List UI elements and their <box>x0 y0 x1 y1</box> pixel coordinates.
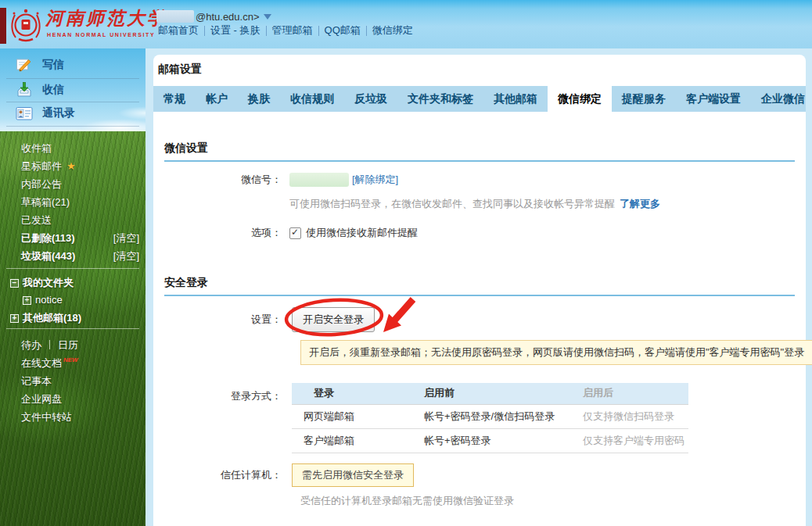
tab-folders-labels[interactable]: 文件夹和标签 <box>397 86 483 112</box>
login-methods-table: 登录 启用前 启用后 网页端邮箱 帐号+密码登录/微信扫码登录 仅支持微信扫码登… <box>292 383 688 453</box>
expand-icon[interactable] <box>23 296 31 305</box>
col-after-enable: 启用后 <box>582 383 688 404</box>
receive-mail-icon <box>16 81 33 98</box>
sidebar-item-online-docs[interactable]: 在线文档NEW <box>21 356 78 370</box>
nav-separator <box>204 26 205 36</box>
sidebar-separator <box>6 126 139 127</box>
settings-panel: 邮箱设置 常规 帐户 换肤 收信规则 反垃圾 文件夹和标签 其他邮箱 微信绑定 … <box>153 55 806 526</box>
folder-sent[interactable]: 已发送 <box>21 213 52 227</box>
nav-separator <box>318 26 319 36</box>
star-icon <box>66 160 76 172</box>
page-title: 邮箱设置 <box>158 63 202 77</box>
nav-mail-home[interactable]: 邮箱首页 <box>158 23 199 38</box>
expand-icon[interactable] <box>10 314 19 323</box>
nav-qq-mail[interactable]: QQ邮箱 <box>325 23 361 38</box>
learn-more-link[interactable]: 了解更多 <box>620 198 660 209</box>
col-before-enable: 启用前 <box>423 383 582 404</box>
receive-mail-label: 收信 <box>42 83 64 97</box>
top-header: 河南师范大学 HENAN NORMAL UNIVERSITY @htu.edu.… <box>0 0 812 48</box>
university-name-cn: 河南师范大学 <box>45 6 167 30</box>
table-row: 网页端邮箱 帐号+密码登录/微信扫码登录 仅支持微信扫码登录 <box>292 404 688 428</box>
nav-separator <box>366 26 367 36</box>
nav-separator <box>266 26 267 36</box>
compose-icon <box>16 56 33 73</box>
wechat-notify-checkbox[interactable] <box>289 227 301 239</box>
compose-button[interactable]: 写信 <box>16 56 64 73</box>
col-login: 登录 <box>292 383 423 404</box>
sidebar-separator <box>6 78 139 79</box>
sidebar-item-calendar[interactable]: 日历 <box>58 339 78 351</box>
redacted-wechat-id <box>289 173 349 187</box>
unbind-link[interactable]: [解除绑定] <box>352 173 398 187</box>
options-label: 选项： <box>153 226 282 240</box>
nav-wechat-bind[interactable]: 微信绑定 <box>372 23 413 38</box>
wechat-description: 可使用微信扫码登录，在微信收发邮件、查找同事以及接收帐号异常提醒了解更多 <box>289 197 660 211</box>
security-login-header: 安全登录 <box>164 276 795 296</box>
sidebar-divider <box>6 268 139 269</box>
wechat-notify-text: 使用微信接收新邮件提醒 <box>306 226 418 240</box>
trusted-computer-label: 信任计算机： <box>153 468 282 482</box>
nav-settings-skin[interactable]: 设置 - 换肤 <box>210 23 260 38</box>
options-row: 选项： 使用微信接收新邮件提醒 <box>153 225 795 241</box>
webmail-settings-page: { "header": { "university_name_cn": "河南师… <box>0 0 812 526</box>
other-mailboxes-node[interactable]: 其他邮箱(18) <box>10 311 81 325</box>
account-email-suffix: @htu.edu.cn> <box>196 11 260 23</box>
tab-client-settings[interactable]: 客户端设置 <box>676 86 751 112</box>
sidebar-item-enterprise-disk[interactable]: 企业网盘 <box>21 392 62 406</box>
login-methods-label: 登录方式： <box>153 383 282 403</box>
tab-other-mailboxes[interactable]: 其他邮箱 <box>483 86 548 112</box>
sidebar-divider <box>6 328 139 329</box>
wechat-id-row: 微信号： [解除绑定] <box>153 170 795 189</box>
header-nav: 邮箱首页 设置 - 换肤 管理邮箱 QQ邮箱 微信绑定 <box>158 23 413 38</box>
tab-skin[interactable]: 换肤 <box>238 86 280 112</box>
account-dropdown[interactable]: @htu.edu.cn> <box>156 9 271 23</box>
folder-starred[interactable]: 星标邮件 <box>21 159 76 174</box>
folder-spam[interactable]: 垃圾箱(443) <box>21 249 75 263</box>
tab-general[interactable]: 常规 <box>153 86 196 112</box>
contacts-label: 通讯录 <box>42 106 75 120</box>
folder-announcements[interactable]: 内部公告 <box>21 177 62 191</box>
table-row: 客户端邮箱 帐号+密码登录 仅支持客户端专用密码 <box>292 428 688 453</box>
folder-drafts[interactable]: 草稿箱(21) <box>21 195 70 209</box>
tab-enterprise-wechat[interactable]: 企业微信 <box>751 86 806 112</box>
university-name-en: HENAN NORMAL UNIVERSITY <box>47 32 155 38</box>
login-methods-row: 登录方式： 登录 启用前 启用后 网页端邮箱 帐号+密码登录/微信扫码登录 仅支… <box>153 383 795 453</box>
trusted-computer-button[interactable]: 需先启用微信安全登录 <box>292 463 414 487</box>
sidebar-item-file-transfer[interactable]: 文件中转站 <box>21 410 72 424</box>
tab-reminder-service[interactable]: 提醒服务 <box>612 86 676 112</box>
folder-deleted[interactable]: 已删除(113) <box>21 231 75 245</box>
clear-spam-link[interactable]: [清空] <box>113 249 139 263</box>
wechat-settings-header: 微信设置 <box>164 141 795 162</box>
compose-label: 写信 <box>42 58 64 72</box>
vertical-separator <box>49 340 50 349</box>
todo-calendar-row: 待办日历 <box>21 338 78 352</box>
sidebar-item-todo[interactable]: 待办 <box>21 339 41 351</box>
contacts-icon <box>16 105 33 122</box>
redacted-username <box>156 10 194 23</box>
settings-tab-bar: 常规 帐户 换肤 收信规则 反垃圾 文件夹和标签 其他邮箱 微信绑定 提醒服务 … <box>153 86 806 112</box>
tab-antispam[interactable]: 反垃圾 <box>344 86 397 112</box>
wechat-id-label: 微信号： <box>153 173 282 187</box>
setting-label: 设置： <box>153 313 282 327</box>
table-header-row: 登录 启用前 启用后 <box>292 383 688 404</box>
contacts-button[interactable]: 通讯录 <box>16 105 75 122</box>
sidebar: 写信 收信 通讯录 收件箱 星标邮件 内部公告 草稿箱(21) 已发送 已删除(… <box>0 48 146 526</box>
tab-wechat-bind[interactable]: 微信绑定 <box>548 86 612 112</box>
dropdown-arrow-icon <box>264 14 271 20</box>
folder-notice-node[interactable]: notice <box>23 294 63 306</box>
clear-deleted-link[interactable]: [清空] <box>113 231 139 245</box>
tab-mail-rules[interactable]: 收信规则 <box>280 86 344 112</box>
trusted-computer-description: 受信任的计算机登录邮箱无需使用微信验证登录 <box>300 494 514 508</box>
tab-account[interactable]: 帐户 <box>196 86 238 112</box>
nav-manage-mail[interactable]: 管理邮箱 <box>272 23 313 38</box>
security-setting-row: 设置： 开启安全登录 <box>153 308 795 331</box>
folder-inbox[interactable]: 收件箱 <box>21 141 52 156</box>
enable-secure-login-button[interactable]: 开启安全登录 <box>292 307 375 332</box>
collapse-icon[interactable] <box>10 279 19 288</box>
sidebar-item-notebook[interactable]: 记事本 <box>21 374 52 388</box>
my-folders-node[interactable]: 我的文件夹 <box>10 276 74 290</box>
trusted-computer-row: 信任计算机： 需先启用微信安全登录 <box>153 464 795 486</box>
university-emblem-icon <box>9 7 42 43</box>
secure-login-warning: 开启后，须重新登录邮箱；无法使用原密码登录，网页版请使用微信扫码，客户端请使用"… <box>300 340 812 365</box>
receive-mail-button[interactable]: 收信 <box>16 81 64 98</box>
